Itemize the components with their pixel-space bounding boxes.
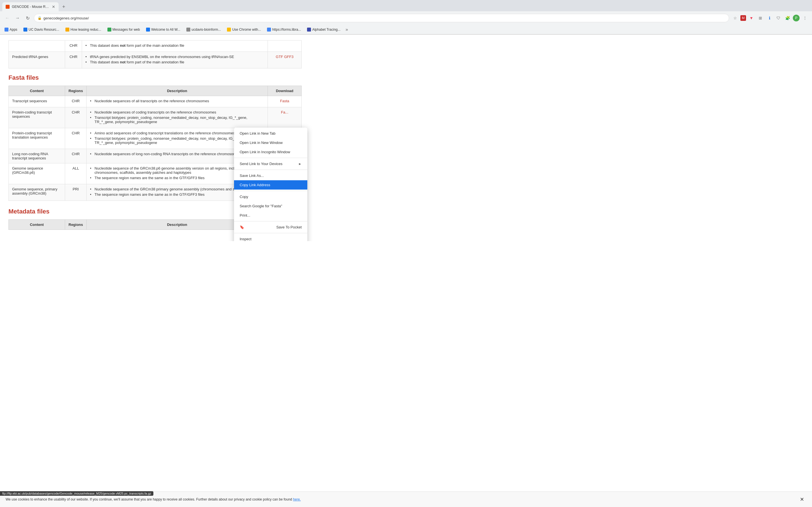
context-save-to-pocket-label: Save To Pocket [276,225,302,229]
profile-icon[interactable]: P [793,15,800,21]
bookmark-forms[interactable]: https://forms.libra... [265,27,303,32]
trna-predicted-region: CHR [65,52,82,68]
page-content: CHR This dataset does not form part of t… [0,35,310,241]
bookmark-forms-favicon [267,27,271,32]
tab-bar: GENCODE - Mouse Release M... ✕ + [0,0,812,11]
bookmark-welcome-favicon [146,27,150,32]
desc-item: tRNA genes predicted by ENSEMBL on the r… [86,55,264,59]
bookmark-ucdavis[interactable]: ucdavis-bioinform... [184,27,223,32]
bookmark-uc[interactable]: UC Davis Resourc... [21,27,61,32]
pocket-icon: 🔖 [240,225,244,229]
bookmark-alphabet[interactable]: Alphabet Tracing... [305,27,343,32]
bookmark-apps-favicon [4,27,8,32]
context-copy[interactable]: Copy [234,192,307,202]
address-bar[interactable]: 🔒 genecodegenes.org/mouse/ [34,14,729,22]
not-text: not [120,43,125,48]
context-menu: Open Link in New Tab Open Link in New Wi… [234,128,307,241]
bookmark-alphabet-favicon [307,27,311,32]
bookmark-chrome-favicon [227,27,231,32]
trna-table: CHR This dataset does not form part of t… [8,40,302,68]
fasta-row2-download-link[interactable]: Fa... [281,110,288,114]
bookmark-messages[interactable]: Messages for web [105,27,142,32]
shield-icon[interactable]: 🛡 [775,14,782,22]
bookmark-alphabet-label: Alphabet Tracing... [312,27,340,32]
trna-content-cell [9,41,65,52]
table-row: Predicted tRNA genes CHR tRNA genes pred… [9,52,302,68]
trna-predicted-download: GTF GFF3 [268,52,302,68]
bookmark-chrome[interactable]: Use Chrome with... [225,27,263,32]
info-icon[interactable]: ℹ [766,14,773,22]
bookmark-apps[interactable]: Apps [2,27,19,32]
bookmark-chrome-label: Use Chrome with... [232,27,261,32]
fasta-row5-region: ALL [65,163,87,184]
fasta-row3-region: CHR [65,128,87,149]
context-send-to-devices[interactable]: Send Link to Your Devices ► [234,159,307,168]
extensions-puzzle-icon[interactable]: 🧩 [784,14,791,22]
active-tab[interactable]: GENCODE - Mouse Release M... ✕ [2,2,59,11]
context-separator-2 [234,170,307,170]
context-inspect[interactable]: Inspect [234,234,307,241]
fasta-header-regions: Regions [65,86,87,96]
gtf-download-link[interactable]: GTF [276,55,283,59]
bookmark-messages-favicon [107,27,111,32]
bookmark-apps-label: Apps [10,27,17,32]
fasta-row1-region: CHR [65,96,87,107]
extensions-icon[interactable]: M [741,15,746,21]
bookmark-how-favicon [65,27,69,32]
new-tab-button[interactable]: + [60,3,68,11]
fasta-row1-content: Transcript sequences [9,96,65,107]
context-separator-3 [234,191,307,191]
context-search-google[interactable]: Search Google for "Fasta" [234,202,307,211]
send-to-devices-arrow-icon: ► [298,162,302,166]
gff3-download-link[interactable]: GFF3 [284,55,294,59]
more-menu-icon[interactable]: ⋮ [801,14,809,22]
fasta-row2-region: CHR [65,107,87,128]
context-open-incognito[interactable]: Open Link in Incognito Window [234,147,307,157]
desc-item: Nucleotide sequences of all transcripts … [90,99,264,103]
fasta-row2-content: Protein-coding transcript sequences [9,107,65,128]
fasta-row1-desc: Nucleotide sequences of all transcripts … [87,96,268,107]
context-open-new-tab[interactable]: Open Link in New Tab [234,129,307,138]
bookmark-ucdavis-favicon [186,27,190,32]
bookmark-how[interactable]: How leasing reduc... [63,27,103,32]
desc-item: Transcript biotypes: protein_coding, non… [90,115,264,124]
fasta-row5-content: Genome sequence (GRCm38.p6) [9,163,65,184]
table-row: CHR This dataset does not form part of t… [9,41,302,52]
reader-icon[interactable]: ⊞ [757,14,764,22]
tab-title: GENCODE - Mouse Release M... [12,5,50,9]
reload-button[interactable]: ↻ [24,14,32,22]
bookmark-uc-favicon [23,27,28,32]
context-send-to-devices-label: Send Link to Your Devices [240,162,283,166]
bookmarks-more-icon[interactable]: » [345,27,349,32]
metadata-header-regions: Regions [65,220,87,230]
trna-predicted-content: Predicted tRNA genes [9,52,65,68]
back-button[interactable]: ← [3,14,11,22]
fasta-row1-download-link[interactable]: Fasta [280,99,289,103]
fasta-row3-content: Protein-coding transcript translation se… [9,128,65,149]
trna-download-cell [268,41,302,52]
context-separator-5 [234,233,307,233]
context-print[interactable]: Print... [234,211,307,220]
nav-bar: ← → ↻ 🔒 genecodegenes.org/mouse/ ☆ M ▼ ⊞… [0,11,812,25]
context-copy-link-address[interactable]: Copy Link Address [234,180,307,189]
desc-item: This dataset does not form part of the m… [86,43,264,48]
context-save-to-pocket[interactable]: 🔖 Save To Pocket [234,223,307,232]
tab-close-button[interactable]: ✕ [52,4,55,9]
bookmark-how-label: How leasing reduc... [70,27,101,32]
browser-chrome: GENCODE - Mouse Release M... ✕ + ← → ↻ 🔒… [0,0,812,35]
pocket-icon[interactable]: ▼ [748,14,755,22]
bookmark-welcome[interactable]: Welcome to All W... [144,27,183,32]
context-save-link-as-label: Save Link As... [240,173,264,178]
context-open-incognito-label: Open Link in Incognito Window [240,150,290,154]
context-print-label: Print... [240,213,250,217]
bookmarks-bar: Apps UC Davis Resourc... How leasing red… [0,25,812,34]
forward-button[interactable]: → [13,14,21,22]
table-row: Protein-coding transcript sequences CHR … [9,107,302,128]
context-save-link-as[interactable]: Save Link As... [234,171,307,180]
fasta-row4-content: Long non-coding RNA transcript sequences [9,149,65,163]
context-open-new-window[interactable]: Open Link in New Window [234,138,307,147]
address-text: genecodegenes.org/mouse/ [43,16,725,20]
nav-icons: ☆ M ▼ ⊞ ℹ 🛡 🧩 P ⋮ [731,14,809,22]
not-text-2: not [120,60,125,64]
bookmark-star-icon[interactable]: ☆ [731,14,739,22]
